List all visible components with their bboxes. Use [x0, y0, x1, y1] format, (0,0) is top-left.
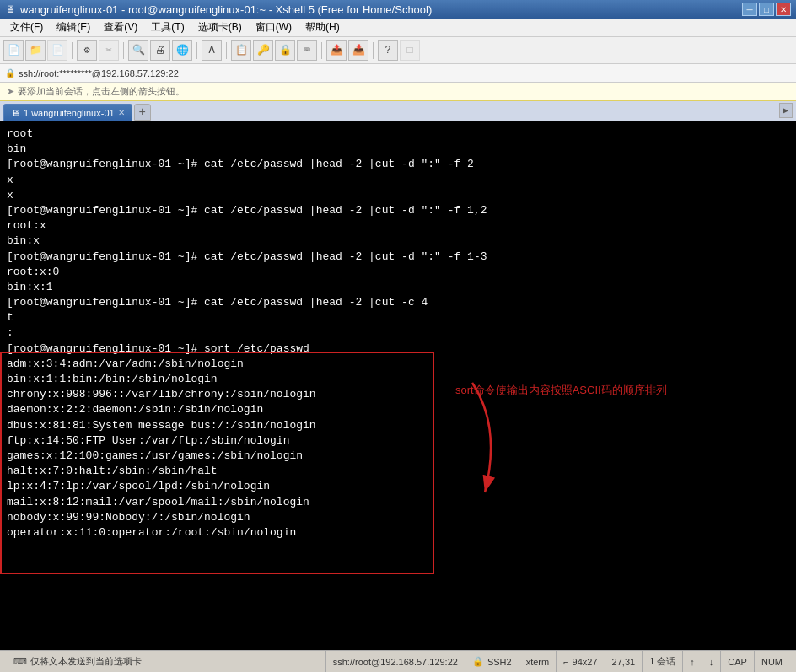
keyboard-icon: ⌨: [13, 656, 27, 667]
sep4: [226, 42, 227, 59]
terminal-line: x: [7, 188, 789, 203]
menu-view[interactable]: 查看(V): [97, 19, 144, 36]
terminal-line: dbus:x:81:81:System message bus:/:/sbin/…: [7, 418, 789, 433]
terminal-line: mail:x:8:12:mail:/var/spool/mail:/sbin/n…: [7, 495, 789, 510]
address-url: ssh://root:*********@192.168.57.129:22: [19, 68, 179, 78]
terminal-line: halt:x:7:0:halt:/sbin:/sbin/halt: [7, 464, 789, 479]
main-wrapper: root bin [root@wangruifenglinux-01 ~]# c…: [0, 121, 796, 672]
terminal-line: [root@wangruifenglinux-01 ~]# sort /etc/…: [7, 341, 789, 357]
active-tab[interactable]: 🖥 1 wangruifenglinux-01 ✕: [3, 104, 132, 121]
help-button[interactable]: ?: [378, 40, 398, 61]
terminal-line: root:x: [7, 218, 789, 234]
terminal-line: bin:x:1: [7, 280, 789, 295]
terminal-line: lp:x:4:7:lp:/var/spool/lpd:/sbin/nologin: [7, 479, 789, 494]
sep2: [123, 42, 124, 59]
lock-status-icon: 🔒: [472, 656, 484, 667]
menu-edit[interactable]: 编辑(E): [50, 19, 97, 36]
minimize-button[interactable]: ─: [742, 3, 757, 16]
toolbar-btn15[interactable]: 📥: [348, 40, 368, 61]
tab-bar: 🖥 1 wangruifenglinux-01 ✕ + ▶: [0, 101, 796, 121]
info-bar: ➤ 要添加当前会话，点击左侧的箭头按钮。: [0, 83, 796, 101]
terminal-line: games:x:12:100:games:/usr/games:/sbin/no…: [7, 449, 789, 464]
new-tab-button[interactable]: +: [134, 104, 151, 121]
cursor-position-label: 27,31: [612, 657, 636, 667]
app-icon: 🖥: [5, 3, 15, 15]
terminal-line: :: [7, 325, 789, 341]
menu-file[interactable]: 文件(F): [3, 19, 50, 36]
properties-button[interactable]: ⚙: [77, 40, 97, 61]
toolbar-btn13[interactable]: ⌨: [297, 40, 317, 61]
status-scroll-up[interactable]: ↑: [683, 651, 702, 672]
terminal-line: ftp:x:14:50:FTP User:/var/ftp:/sbin/nolo…: [7, 433, 789, 449]
status-caps: CAP: [721, 651, 755, 672]
toolbar-btn3[interactable]: 📄: [47, 40, 67, 61]
close-button[interactable]: ✕: [776, 3, 791, 16]
terminal-line: [root@wangruifenglinux-01 ~]# cat /etc/p…: [7, 203, 789, 218]
sep5: [321, 42, 322, 59]
info-text: 要添加当前会话，点击左侧的箭头按钮。: [18, 85, 185, 98]
toolbar-btn5[interactable]: ✂: [99, 40, 119, 61]
status-cursor: 27,31: [605, 651, 643, 672]
toolbar-btn11[interactable]: 🔑: [253, 40, 273, 61]
toolbar-btn8[interactable]: 🌐: [172, 40, 192, 61]
terminal-line: [root@wangruifenglinux-01 ~]# cat /etc/p…: [7, 295, 789, 310]
terminal-line: x: [7, 173, 789, 188]
sep3: [196, 42, 197, 59]
terminal-line: nobody:x:99:99:Nobody:/:/sbin/nologin: [7, 510, 789, 525]
menu-window[interactable]: 窗口(W): [249, 19, 298, 36]
protocol-label: SSH2: [487, 657, 512, 667]
scroll-down-icon[interactable]: ↓: [709, 657, 714, 667]
status-lock: 🔒 SSH2: [465, 651, 519, 672]
toolbar-btn10[interactable]: 📋: [231, 40, 251, 61]
address-bar: 🔒 ssh://root:*********@192.168.57.129:22: [0, 64, 796, 83]
open-button[interactable]: 📁: [25, 40, 46, 61]
tab-label: 1 wangruifenglinux-01: [24, 108, 115, 118]
status-scroll-down[interactable]: ↓: [702, 651, 722, 672]
status-num: NUM: [755, 651, 789, 672]
terminal-line: adm:x:3:4:adm:/var/adm:/sbin/nologin: [7, 357, 789, 372]
menu-bar: 文件(F) 编辑(E) 查看(V) 工具(T) 选项卡(B) 窗口(W) 帮助(…: [0, 19, 796, 37]
tab-close-icon[interactable]: ✕: [118, 108, 125, 117]
maximize-button[interactable]: □: [759, 3, 774, 16]
terminal[interactable]: root bin [root@wangruifenglinux-01 ~]# c…: [0, 121, 796, 650]
search-button[interactable]: 🔍: [128, 40, 148, 61]
status-send-text: ⌨ 仅将文本发送到当前选项卡: [7, 651, 326, 672]
print-button[interactable]: 🖨: [150, 40, 170, 61]
connection-label: ssh://root@192.168.57.129:22: [333, 657, 458, 667]
menu-tools[interactable]: 工具(T): [144, 19, 191, 36]
scroll-up-icon[interactable]: ↑: [690, 657, 695, 667]
arrow-icon: ➤: [7, 86, 14, 97]
terminal-line: [root@wangruifenglinux-01 ~]# cat /etc/p…: [7, 250, 789, 265]
terminal-wrapper[interactable]: root bin [root@wangruifenglinux-01 ~]# c…: [0, 121, 796, 650]
toolbar-btn9[interactable]: A: [202, 40, 222, 61]
status-terminal: xterm: [519, 651, 557, 672]
menu-tabs[interactable]: 选项卡(B): [191, 19, 249, 36]
size-icon: ⌐: [563, 657, 568, 667]
menu-help[interactable]: 帮助(H): [298, 19, 347, 36]
terminal-line: chrony:x:998:996::/var/lib/chrony:/sbin/…: [7, 387, 789, 402]
terminal-type-label: xterm: [526, 657, 550, 667]
status-bar: ⌨ 仅将文本发送到当前选项卡 ssh://root@192.168.57.129…: [0, 650, 796, 672]
title-bar: 🖥 wangruifenglinux-01 - root@wangruifeng…: [0, 0, 796, 19]
terminal-line: root: [7, 126, 789, 142]
tab-icon: 🖥: [11, 108, 20, 118]
tab-scroll-button[interactable]: ▶: [779, 103, 793, 118]
terminal-line: daemon:x:2:2:daemon:/sbin:/sbin/nologin: [7, 402, 789, 417]
toolbar: 📄 📁 📄 ⚙ ✂ 🔍 🖨 🌐 A 📋 🔑 🔒 ⌨ 📤 📥 ? □: [0, 37, 796, 64]
window-title: wangruifenglinux-01 - root@wangruifengli…: [20, 3, 432, 16]
terminal-size-label: 94x27: [573, 657, 598, 667]
sep1: [72, 42, 73, 59]
sep6: [373, 42, 374, 59]
new-button[interactable]: 📄: [3, 40, 24, 61]
lock-icon: 🔒: [5, 68, 15, 78]
terminal-line: t: [7, 310, 789, 325]
status-connection: ssh://root@192.168.57.129:22: [326, 651, 465, 672]
toolbar-btn17[interactable]: □: [400, 40, 420, 61]
toolbar-btn12[interactable]: 🔒: [275, 40, 295, 61]
terminal-line: bin:x:1:1:bin:/bin:/sbin/nologin: [7, 372, 789, 387]
toolbar-btn14[interactable]: 📤: [326, 40, 347, 61]
terminal-line: bin:x: [7, 234, 789, 249]
terminal-line: operator:x:11:0:operator:/root:/sbin/nol…: [7, 525, 789, 540]
terminal-line: [root@wangruifenglinux-01 ~]# cat /etc/p…: [7, 157, 789, 172]
terminal-line: bin: [7, 142, 789, 157]
